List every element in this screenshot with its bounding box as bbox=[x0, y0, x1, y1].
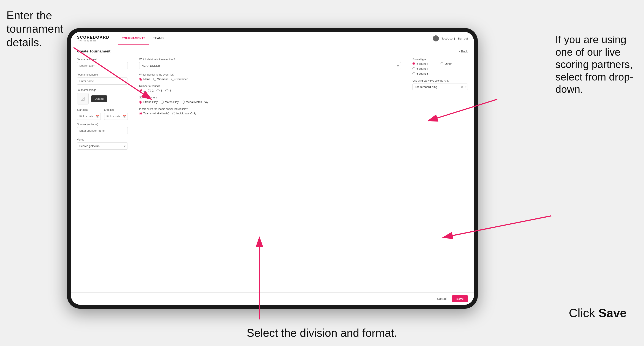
back-link[interactable]: ‹ Back bbox=[459, 50, 468, 53]
nav-links: TOURNAMENTS TEAMS bbox=[118, 32, 168, 45]
chevron-down-icon: ▾ bbox=[465, 85, 466, 88]
search-team-input[interactable] bbox=[77, 62, 128, 69]
gender-combined[interactable]: Combined bbox=[172, 77, 188, 81]
scoring-medal[interactable]: Medal Match Play bbox=[182, 100, 208, 104]
scoring-stroke[interactable]: Stroke Play bbox=[139, 100, 158, 104]
venue-select[interactable]: Search golf club bbox=[77, 143, 128, 150]
tournament-name-input[interactable] bbox=[77, 77, 128, 85]
logo-label: Tournament logo bbox=[77, 88, 128, 92]
format-row-1: 5 count 4 Other bbox=[412, 62, 468, 65]
gender-mens[interactable]: Mens bbox=[139, 77, 150, 81]
annotation-top-right: If you are using one of our live scoring… bbox=[555, 33, 638, 96]
cancel-button[interactable]: Cancel bbox=[434, 295, 450, 302]
format-other[interactable]: Other bbox=[440, 62, 452, 65]
live-scoring-label: Use third-party live scoring API? bbox=[412, 79, 468, 82]
format-type-label: Format type bbox=[412, 58, 468, 61]
rounds-1[interactable]: 1 bbox=[139, 89, 145, 92]
scoring-radio-group: Stroke Play Match Play Medal Match Play bbox=[139, 100, 401, 104]
start-date-group: Start date 📅 bbox=[77, 108, 101, 120]
date-row: Start date 📅 End date 📅 bbox=[77, 108, 128, 120]
page-title: Create Tournament bbox=[77, 49, 110, 53]
host-label: Tournament Host bbox=[77, 58, 128, 61]
nav-link-tournaments[interactable]: TOURNAMENTS bbox=[118, 32, 150, 45]
gender-group: Which gender is the event for? Mens Wome… bbox=[139, 73, 401, 81]
nav-logo-sub: Powered by clippi bbox=[77, 40, 110, 42]
venue-select-wrapper: Search golf club bbox=[77, 143, 128, 150]
scoring-group: Scoring system Stroke Play Match Play bbox=[139, 96, 401, 104]
tablet-frame: SCOREBOARD Powered by clippi TOURNAMENTS… bbox=[67, 28, 478, 309]
nav-right: Test User | Sign out bbox=[433, 35, 468, 41]
save-button[interactable]: Save bbox=[452, 295, 468, 302]
nav-link-teams[interactable]: TEAMS bbox=[150, 32, 168, 45]
gender-radio-group: Mens Womens Combined bbox=[139, 77, 401, 81]
start-date-label: Start date bbox=[77, 108, 101, 111]
division-select[interactable]: NCAA Division I bbox=[139, 62, 401, 69]
avatar bbox=[433, 35, 439, 41]
event-for-radio-group: Teams (+Individuals) Individuals Only bbox=[139, 112, 401, 115]
format-6count4[interactable]: 6 count 4 bbox=[412, 67, 438, 70]
sponsor-input[interactable] bbox=[77, 127, 128, 134]
end-date-label: End date bbox=[104, 108, 128, 111]
end-date-group: End date 📅 bbox=[104, 108, 128, 120]
logo-area: Upload bbox=[77, 93, 128, 104]
host-group: Tournament Host bbox=[77, 58, 128, 69]
format-type-list: 5 count 4 Other 6 count 4 bbox=[412, 62, 468, 75]
event-for-group: Is this event for Teams and/or Individua… bbox=[139, 108, 401, 115]
sponsor-group: Sponsor (optional) bbox=[77, 123, 128, 134]
division-select-wrapper: NCAA Division I bbox=[139, 62, 401, 69]
nav-bar: SCOREBOARD Powered by clippi TOURNAMENTS… bbox=[71, 32, 474, 45]
clear-icon[interactable]: ✕ bbox=[461, 85, 463, 88]
event-for-label: Is this event for Teams and/or Individua… bbox=[139, 108, 401, 111]
annotation-bottom-right: Click Save bbox=[569, 306, 627, 320]
form-col-middle: Which division is the event for? NCAA Di… bbox=[133, 58, 407, 288]
format-row-2: 6 count 4 bbox=[412, 67, 468, 70]
name-group: Tournament name bbox=[77, 73, 128, 85]
page-header: Create Tournament ‹ Back bbox=[71, 45, 474, 53]
form-body: Tournament Host Tournament name Tourname… bbox=[71, 53, 474, 293]
nav-user: Test User | bbox=[442, 37, 455, 40]
live-scoring-select-wrapper: ✕ ▾ bbox=[412, 84, 468, 90]
rounds-group: Number of rounds 1 2 bbox=[139, 85, 401, 92]
venue-label: Venue bbox=[77, 138, 128, 141]
format-row-3: 6 count 5 bbox=[412, 72, 468, 75]
rounds-radio-group: 1 2 3 4 bbox=[139, 89, 401, 92]
rounds-4[interactable]: 4 bbox=[166, 89, 171, 92]
rounds-3[interactable]: 3 bbox=[156, 89, 162, 92]
annotation-bottom-center: Select the division and format. bbox=[247, 326, 397, 340]
live-scoring-input[interactable] bbox=[412, 84, 468, 90]
format-5count4[interactable]: 5 count 4 bbox=[412, 62, 438, 65]
start-date-wrapper: 📅 bbox=[77, 113, 101, 120]
rounds-label: Number of rounds bbox=[139, 85, 401, 88]
division-group: Which division is the event for? NCAA Di… bbox=[139, 58, 401, 69]
rounds-2[interactable]: 2 bbox=[148, 89, 154, 92]
nav-logo-title: SCOREBOARD bbox=[77, 35, 110, 40]
venue-group: Venue Search golf club bbox=[77, 138, 128, 150]
event-individuals[interactable]: Individuals Only bbox=[172, 112, 196, 115]
live-scoring-section: Use third-party live scoring API? ✕ ▾ bbox=[412, 79, 468, 90]
form-col-left: Tournament Host Tournament name Tourname… bbox=[77, 58, 133, 288]
calendar-icon-end: 📅 bbox=[122, 115, 126, 118]
event-teams[interactable]: Teams (+Individuals) bbox=[139, 112, 169, 115]
nav-logo: SCOREBOARD Powered by clippi bbox=[77, 35, 110, 42]
calendar-icon: 📅 bbox=[96, 115, 99, 118]
end-date-wrapper: 📅 bbox=[104, 113, 128, 120]
svg-point-1 bbox=[82, 98, 82, 98]
format-6count5[interactable]: 6 count 5 bbox=[412, 72, 438, 75]
form-col-right: Format type 5 count 4 Other bbox=[407, 58, 468, 288]
format-type-group: Format type 5 count 4 Other bbox=[412, 58, 468, 75]
sign-out-link[interactable]: Sign out bbox=[458, 37, 468, 40]
bottom-bar: Cancel Save bbox=[71, 293, 474, 305]
gender-womens[interactable]: Womens bbox=[153, 77, 168, 81]
division-label: Which division is the event for? bbox=[139, 58, 401, 61]
logo-placeholder bbox=[77, 93, 89, 104]
name-label: Tournament name bbox=[77, 73, 128, 76]
upload-button[interactable]: Upload bbox=[91, 95, 107, 102]
tablet-screen: SCOREBOARD Powered by clippi TOURNAMENTS… bbox=[71, 32, 474, 305]
logo-group: Tournament logo Upload bbox=[77, 88, 128, 104]
app-container: SCOREBOARD Powered by clippi TOURNAMENTS… bbox=[71, 32, 474, 305]
scoring-match[interactable]: Match Play bbox=[160, 100, 178, 104]
gender-label: Which gender is the event for? bbox=[139, 73, 401, 76]
sponsor-label: Sponsor (optional) bbox=[77, 123, 128, 126]
scoring-label: Scoring system bbox=[139, 96, 401, 99]
annotation-top-left: Enter the tournament details. bbox=[6, 9, 67, 49]
